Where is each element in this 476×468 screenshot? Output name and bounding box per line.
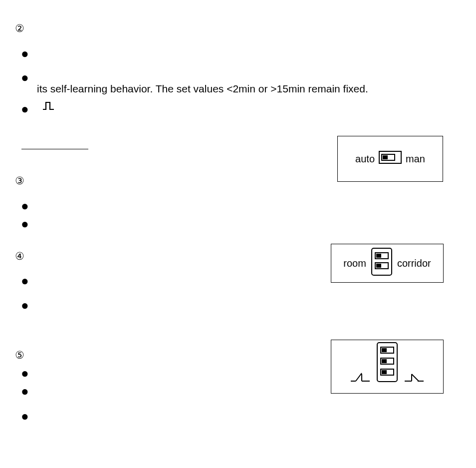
svg-rect-16: [382, 359, 387, 363]
svg-rect-5: [376, 254, 381, 258]
document-page: ② ● ● its self-learning behavior. The se…: [0, 0, 476, 468]
dip-switch-icon: [379, 151, 402, 167]
bullet-dot: ●: [21, 410, 29, 423]
bullet-dot: ●: [21, 71, 29, 84]
svg-line-21: [412, 374, 419, 381]
bullet-dot: ●: [21, 299, 29, 312]
figure-contact-switch: [331, 340, 444, 394]
switch-label-auto: auto: [355, 152, 375, 165]
svg-rect-0: [379, 151, 401, 163]
bullet-dot: ●: [21, 385, 29, 398]
figure-room-corridor-switch: room corridor: [331, 244, 444, 283]
dip-switch-icon: [369, 247, 394, 280]
make-contact-icon: [350, 370, 371, 386]
bullet-dot: ●: [21, 217, 29, 230]
svg-rect-18: [382, 370, 387, 374]
svg-rect-7: [376, 264, 381, 268]
bullet-dot: ●: [21, 102, 29, 115]
svg-rect-2: [383, 155, 388, 159]
svg-line-9: [356, 373, 362, 381]
pulse-icon: [43, 100, 54, 109]
switch-label-man: man: [406, 152, 425, 165]
bullet-dot: ●: [21, 367, 29, 380]
break-contact-icon: [404, 370, 425, 386]
section-marker-3: ③: [15, 174, 24, 187]
section-marker-2: ②: [15, 21, 24, 35]
underline-divider: [21, 149, 88, 149]
section-marker-5: ⑤: [15, 348, 24, 362]
svg-rect-14: [382, 348, 387, 352]
bullet-dot: ●: [21, 199, 29, 212]
body-text: its self-learning behavior. The set valu…: [37, 82, 368, 95]
dip-switch-icon: [375, 341, 400, 386]
switch-label-corridor: corridor: [397, 257, 431, 270]
switch-label-room: room: [343, 257, 366, 270]
figure-auto-man-switch: auto man: [337, 136, 443, 182]
section-marker-4: ④: [15, 249, 24, 263]
bullet-dot: ●: [21, 47, 29, 60]
bullet-dot: ●: [21, 274, 29, 287]
